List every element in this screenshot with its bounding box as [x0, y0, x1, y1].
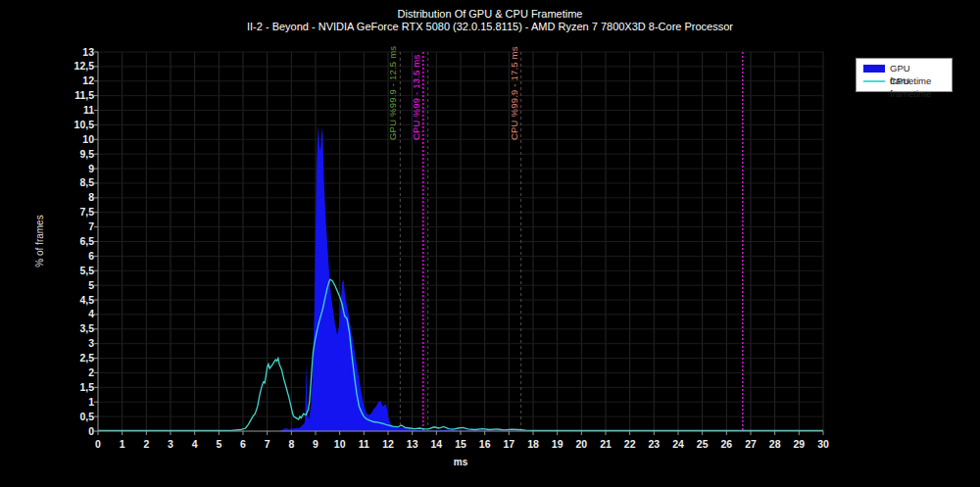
y-tick-label: 13	[61, 46, 94, 59]
threshold-label: CPU %99.9 - 17.5 ms	[509, 46, 520, 140]
y-tick-label: 4,5	[61, 294, 94, 307]
y-tick-label: 2,5	[61, 352, 94, 365]
grid-lines	[98, 52, 823, 431]
y-tick-label: 10,5	[61, 119, 94, 131]
y-tick-label: 8,5	[61, 176, 94, 189]
legend-item-gpu: GPU frametime	[857, 62, 952, 74]
legend-label-cpu: CPU frametime	[890, 74, 952, 100]
y-tick-label: 5,5	[61, 265, 94, 277]
y-tick-label: 7	[61, 220, 94, 233]
y-tick-label: 11	[61, 104, 94, 117]
y-tick-label: 5	[61, 279, 94, 292]
plot-area	[98, 52, 823, 431]
legend: GPU frametime CPU frametime	[856, 58, 953, 92]
frametime-distribution-chart: Distribution Of GPU & CPU Frametime II-2…	[0, 0, 980, 487]
chart-subtitle: II-2 - Beyond - NVIDIA GeForce RTX 5080 …	[0, 21, 980, 32]
cpu-swatch-icon	[863, 80, 885, 82]
threshold-label: GPU %99.9 - 12.5 ms	[387, 46, 399, 140]
y-tick-label: 10	[61, 133, 94, 146]
y-tick-label: 2	[61, 366, 94, 379]
chart-title: Distribution Of GPU & CPU Frametime	[0, 8, 980, 20]
x-axis-label: ms	[446, 457, 475, 467]
y-tick-label: 7,5	[61, 206, 94, 219]
y-tick-label: 3,5	[61, 322, 94, 335]
y-tick-label: 3	[61, 337, 94, 350]
x-tick-label: 30	[808, 438, 838, 451]
y-tick-label: 9	[61, 163, 94, 175]
y-tick-label: 6,5	[61, 235, 94, 248]
y-tick-label: 0	[61, 425, 94, 438]
y-tick-label: 1	[61, 396, 94, 409]
gpu-swatch-icon	[863, 65, 885, 73]
y-tick-label: 8	[61, 191, 94, 204]
y-axis-label: % of frames	[34, 192, 48, 290]
y-tick-label: 6	[61, 250, 94, 263]
y-tick-label: 12	[61, 74, 94, 87]
axes-and-ticks	[94, 52, 823, 435]
y-tick-label: 1,5	[61, 381, 94, 394]
y-tick-label: 4	[61, 308, 94, 320]
y-tick-label: 12,5	[61, 60, 94, 73]
legend-item-cpu: CPU frametime	[857, 74, 952, 87]
y-tick-label: 11,5	[61, 89, 94, 102]
y-tick-label: 0,5	[61, 411, 94, 423]
threshold-label: CPU %99 - 13.5 ms	[411, 55, 422, 140]
y-tick-label: 9,5	[61, 148, 94, 161]
